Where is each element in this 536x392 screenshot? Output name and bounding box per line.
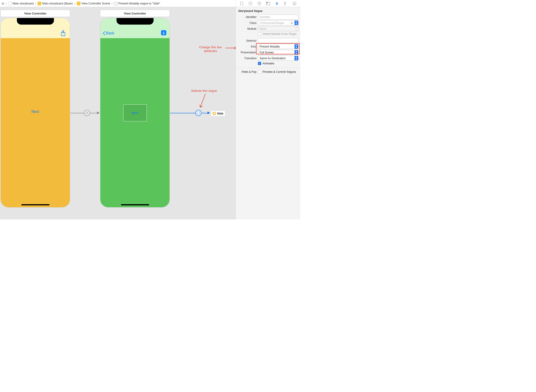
chevron-left-icon — [103, 31, 105, 35]
annotation-arrow — [225, 45, 236, 51]
breadcrumb-item[interactable]: ls — [1, 2, 5, 5]
back-button[interactable]: Back — [103, 31, 115, 35]
share-icon[interactable] — [61, 30, 66, 36]
module-select[interactable]: None — [258, 26, 298, 31]
identity-inspector-tab[interactable] — [265, 0, 271, 7]
peek-pop-row: Peek & Pop Preview & Commit Segues — [236, 70, 300, 74]
size-inspector-tab[interactable] — [283, 0, 289, 7]
annotation-arrow — [198, 93, 208, 110]
circle-plus-icon[interactable]: ⊕ — [290, 21, 294, 25]
field-label: Presentation — [238, 51, 257, 54]
class-select[interactable]: UIStoryboardSegue ⊕ — [258, 20, 298, 25]
back-label: Back — [106, 31, 115, 35]
field-label: Identifier — [238, 15, 257, 19]
container-view[interactable]: Next — [123, 104, 147, 121]
identifier-input[interactable] — [258, 14, 298, 19]
download-icon[interactable] — [161, 30, 166, 35]
breadcrumb-label: Present Modally segue to "Side" — [118, 2, 160, 5]
breadcrumb-item[interactable]: Main.storyboard — [8, 2, 34, 5]
selector-row: Selector — [236, 38, 300, 44]
module-row: Module None — [236, 26, 300, 32]
vc-title-bar[interactable]: View Controller — [0, 10, 70, 17]
main-view — [1, 38, 70, 207]
class-row: Class UIStoryboardSegue ⊕ — [236, 20, 300, 26]
kind-select[interactable]: Present Modally — [258, 44, 298, 49]
attributes-inspector-tab[interactable] — [274, 0, 280, 7]
storyboard-reference-side[interactable]: Side — [211, 111, 225, 116]
inspector-tab-bar: ? — [236, 0, 300, 7]
view-controller-1[interactable]: View Controller Next — [0, 10, 70, 207]
inherit-module-checkbox[interactable] — [258, 32, 261, 36]
segue-line[interactable] — [70, 113, 84, 113]
presentation-row: Presentation Full Screen — [236, 49, 300, 55]
segue-line-selected[interactable] — [170, 113, 195, 113]
home-indicator — [21, 204, 49, 205]
checkbox-label: Animates — [263, 62, 274, 65]
chevron-right-icon: › — [111, 2, 113, 5]
breadcrumb-item[interactable]: View Controller Scene — [76, 2, 111, 5]
notch — [116, 18, 153, 25]
kind-row: Kind Present Modally — [236, 44, 300, 49]
breadcrumb-item[interactable]: Present Modally segue to "Side" — [114, 2, 161, 5]
animates-row: ✓ Animates — [236, 61, 300, 66]
svg-rect-10 — [86, 112, 88, 114]
presentation-select[interactable]: Full Screen — [258, 50, 298, 55]
svg-rect-11 — [197, 112, 200, 114]
vc-title-bar[interactable]: View Controller — [100, 10, 170, 17]
segue-node-selected[interactable] — [195, 110, 201, 116]
storyboard-icon — [38, 2, 41, 5]
storyboard-canvas[interactable]: View Controller Next View Controller — [0, 7, 236, 219]
button-label: Next — [132, 111, 138, 115]
svg-line-13 — [200, 94, 206, 107]
main-view — [100, 38, 170, 207]
checkbox-label: Inherit Module From Target — [263, 32, 296, 36]
field-label: Kind — [238, 45, 257, 48]
peek-pop-checkbox[interactable] — [258, 70, 261, 74]
segue-icon — [114, 2, 117, 5]
home-indicator — [121, 204, 149, 205]
selector-input[interactable] — [258, 38, 298, 43]
inherit-module-row: Inherit Module From Target — [236, 32, 300, 36]
breadcrumb-label: Main.storyboard (Base) — [42, 2, 73, 5]
breadcrumb-item[interactable]: Main.storyboard (Base) — [37, 2, 73, 5]
chevron-right-icon: › — [74, 2, 76, 5]
arrowhead-icon — [207, 112, 210, 114]
history-inspector-tab[interactable] — [247, 0, 254, 7]
scene-icon — [77, 2, 80, 5]
field-label: Transition — [238, 57, 257, 60]
help-inspector-tab[interactable]: ? — [256, 0, 262, 7]
select-value: Same As Destination — [259, 57, 286, 60]
view-controller-2[interactable]: View Controller Back Next — [100, 10, 170, 207]
breadcrumbs: ls › Main.storyboard › Main.storyboard (… — [0, 0, 161, 7]
segue-node-present[interactable] — [84, 110, 90, 116]
svg-rect-6 — [267, 2, 268, 3]
field-label: Selector — [238, 39, 257, 42]
identifier-row: Identifier — [236, 14, 300, 20]
select-value: None — [259, 27, 266, 30]
breadcrumb-label: View Controller Scene — [81, 2, 110, 5]
select-value: Full Screen — [259, 51, 274, 54]
notch — [17, 18, 54, 25]
connections-inspector-tab[interactable] — [292, 0, 297, 7]
file-inspector-tab[interactable] — [239, 0, 245, 7]
svg-text:?: ? — [259, 2, 260, 5]
field-label: Module — [238, 27, 257, 30]
select-value: Present Modally — [259, 45, 280, 48]
field-label: Class — [238, 21, 257, 25]
next-button[interactable]: Next — [31, 110, 39, 114]
attributes-inspector: Storyboard Segue Identifier Class UIStor… — [236, 7, 300, 219]
chevron-right-icon: › — [5, 2, 7, 5]
separator — [236, 68, 300, 68]
segue-line-selected[interactable] — [201, 113, 207, 113]
transition-select[interactable]: Same As Destination — [258, 56, 298, 61]
annotation-attributes: Change this two attributes — [195, 45, 226, 53]
breadcrumb-label: ls — [2, 2, 4, 5]
arrowhead-icon — [97, 112, 100, 114]
segue-line[interactable] — [90, 113, 97, 113]
chevron-right-icon: › — [34, 2, 37, 5]
animates-checkbox[interactable]: ✓ — [258, 62, 261, 65]
section-header: Storyboard Segue — [236, 9, 300, 14]
annotation-segue: Selecte this segue — [191, 89, 217, 93]
select-value: UIStoryboardSegue — [259, 21, 284, 25]
vc-title: View Controller — [124, 12, 146, 15]
